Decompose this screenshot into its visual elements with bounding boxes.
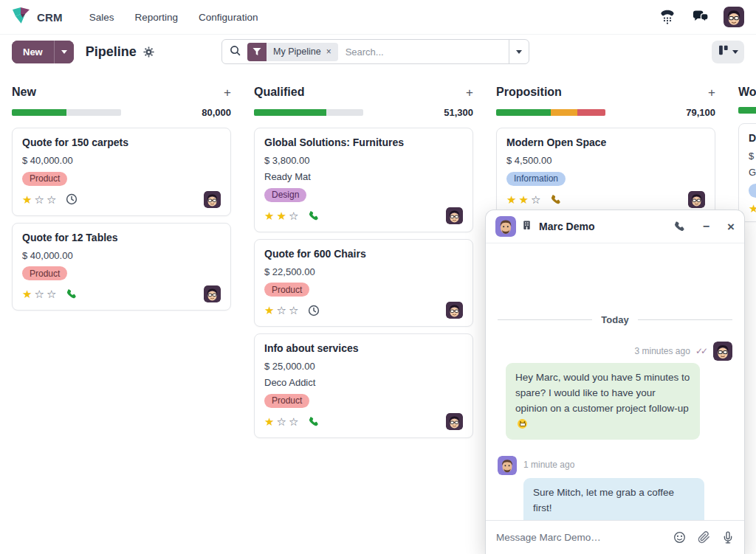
facet-remove-icon[interactable]: × [326,46,338,57]
date-divider-label: Today [601,314,628,325]
salesperson-avatar [446,302,463,319]
star-rating[interactable]: ★★☆ [506,194,543,205]
chat-close-button[interactable]: × [727,221,735,233]
new-button[interactable]: New [12,41,54,63]
star-icon[interactable]: ☆ [47,288,58,300]
card-title: Di [749,132,756,144]
search-options-toggle[interactable] [509,40,529,63]
menu-configuration[interactable]: Configuration [199,12,258,23]
gear-icon[interactable] [143,46,154,58]
column-title: Proposition [496,86,562,99]
star-icon[interactable]: ☆ [289,304,300,316]
column-progressbar[interactable] [496,109,605,116]
card-tag: I [749,184,756,198]
activity-phone-icon[interactable] [308,416,319,427]
search-facet-my-pipeline[interactable]: My Pipeline × [247,43,338,61]
star-icon[interactable]: ☆ [47,193,58,206]
column-progressbar[interactable] [738,107,756,114]
emoji-picker-icon[interactable] [673,531,686,544]
star-icon[interactable]: ☆ [276,415,288,428]
star-rating[interactable]: ★☆☆ [22,194,58,205]
chat-header[interactable]: Marc Demo − × [486,210,744,243]
star-rating[interactable]: ★☆☆ [749,203,756,214]
column-progressbar[interactable] [12,109,121,116]
star-icon[interactable]: ★ [264,304,276,316]
view-switcher-kanban[interactable] [712,41,744,63]
star-icon[interactable]: ★ [749,202,756,215]
kanban-column-proposition: Proposition + 79,100 Modern Open Space $… [496,69,715,216]
card-amount: $ 40,000.00 [22,250,221,261]
message-input[interactable] [496,532,662,543]
add-record-icon[interactable]: + [466,86,473,99]
add-record-icon[interactable]: + [224,86,231,99]
search-icon [230,45,241,59]
chat-minimize-button[interactable]: − [703,221,709,232]
star-rating[interactable]: ★☆☆ [264,416,300,427]
column-title: Won [738,86,756,99]
activity-phone-icon[interactable] [308,210,319,221]
kanban-card[interactable]: Quote for 150 carpets $ 40,000.00 Produc… [12,128,231,216]
card-partner: Ge [749,167,756,178]
kanban-card[interactable]: Quote for 600 Chairs $ 22,500.00 Product… [254,239,473,328]
menu-reporting[interactable]: Reporting [135,12,179,23]
chat-window: Marc Demo − × Today 3 minutes ago ✓✓ Hey… [485,210,745,554]
star-icon[interactable]: ★ [22,193,34,206]
caret-down-icon [61,50,67,54]
star-icon[interactable]: ★ [264,415,276,428]
star-rating[interactable]: ★☆☆ [264,305,300,316]
star-icon[interactable]: ★ [506,193,518,206]
message-meta: 1 minute ago [498,456,732,475]
activity-clock-icon[interactable] [66,193,78,205]
card-tag: Product [264,394,309,408]
card-title: Quote for 12 Tables [22,232,221,243]
voip-phone-icon[interactable] [659,8,676,26]
kanban-card[interactable]: Di $ 1 Ge I ★☆☆ [738,123,756,222]
activity-clock-icon[interactable] [308,305,320,316]
message-meta: 3 minutes ago ✓✓ [498,342,732,361]
activity-phone-icon[interactable] [66,288,77,299]
kanban-column-new: New + 80,000 Quote for 150 carpets $ 40,… [12,69,231,311]
kanban-card[interactable]: Modern Open Space $ 4,500.00 Information… [496,128,715,216]
company-building-icon [522,220,532,233]
kanban-card[interactable]: Quote for 12 Tables $ 40,000.00 Product … [12,223,231,311]
app-switcher[interactable]: CRM [12,7,63,27]
kanban-card[interactable]: Global Solutions: Furnitures $ 3,800.00 … [254,128,473,232]
card-partner: Deco Addict [264,377,463,388]
card-amount: $ 4,500.00 [506,155,705,166]
kanban-card[interactable]: Info about services $ 25,000.00 Deco Add… [254,333,473,438]
column-progressbar[interactable] [254,109,363,116]
star-icon[interactable]: ☆ [276,304,288,316]
kanban-column-qualified: Qualified + 51,300 Global Solutions: Fur… [254,69,473,438]
date-divider: Today [498,314,732,325]
activity-phone-icon[interactable] [550,194,561,205]
message-author-avatar [713,342,732,361]
star-icon[interactable]: ☆ [289,210,300,222]
star-rating[interactable]: ★★☆ [264,210,300,221]
star-icon[interactable]: ☆ [289,415,300,428]
user-avatar[interactable] [724,7,744,27]
star-icon[interactable]: ★ [276,210,288,222]
new-dropdown-toggle[interactable] [54,41,74,63]
card-amount: $ 1 [749,150,756,162]
messages-icon[interactable] [691,8,709,26]
star-icon[interactable]: ★ [264,210,276,222]
column-title: Qualified [254,86,304,99]
message-bubble: Hey Marc, would you have 5 minutes to sp… [506,363,700,440]
chat-call-icon[interactable] [673,221,685,232]
microphone-icon[interactable] [722,531,734,544]
kanban-column-won: Won + Di $ 1 Ge I ★☆☆ [738,69,756,222]
card-tag: Product [264,283,309,297]
star-icon[interactable]: ★ [518,193,530,206]
message-bubble: Sure Mitch, let me grab a coffee first!☕ [523,478,704,520]
search-input[interactable] [346,46,509,58]
star-icon[interactable]: ☆ [34,288,46,300]
star-icon[interactable]: ★ [22,288,34,300]
star-rating[interactable]: ★☆☆ [22,288,58,299]
add-record-icon[interactable]: + [708,86,715,99]
menu-sales[interactable]: Sales [89,12,114,23]
star-icon[interactable]: ☆ [34,193,46,206]
card-tag: Design [264,188,306,202]
star-icon[interactable]: ☆ [531,193,543,206]
attachment-paperclip-icon[interactable] [698,531,710,544]
card-title: Info about services [264,342,463,354]
